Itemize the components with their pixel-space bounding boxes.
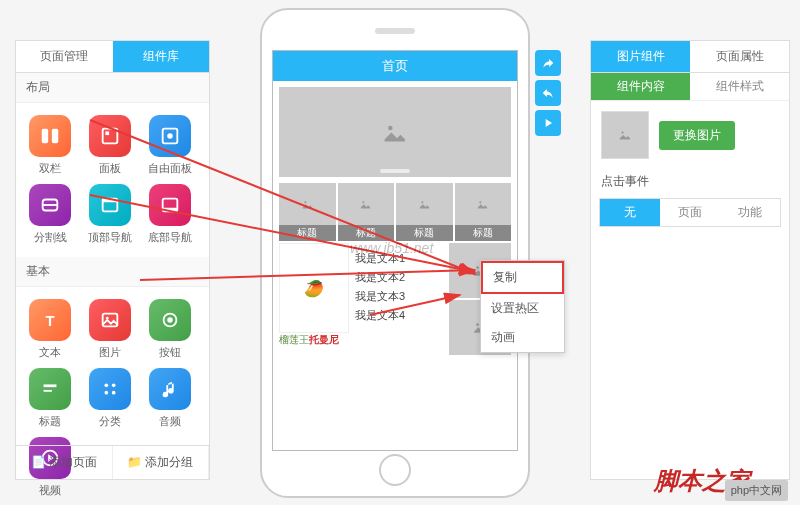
- grid-cell[interactable]: 标题: [455, 183, 512, 241]
- widget-label: 自由面板: [148, 161, 192, 176]
- widget-divider[interactable]: 分割线: [20, 184, 80, 245]
- svg-rect-2: [103, 129, 118, 144]
- ctx-copy[interactable]: 复制: [481, 261, 564, 294]
- svg-point-28: [480, 201, 482, 203]
- footer-tag: php中文网: [725, 480, 788, 501]
- svg-rect-0: [42, 129, 48, 144]
- ctx-animation[interactable]: 动画: [481, 323, 564, 352]
- svg-rect-1: [52, 129, 58, 144]
- svg-point-29: [476, 266, 479, 269]
- widget-label: 双栏: [39, 161, 61, 176]
- left-panel: 页面管理 组件库 布局 双栏 面板 自由面板 分割线 顶部导航 底部导航 基本 …: [15, 40, 210, 480]
- add-group-label: 添加分组: [145, 455, 193, 469]
- float-actions: [535, 50, 561, 136]
- event-page[interactable]: 页面: [660, 199, 720, 226]
- widget-freepanel[interactable]: 自由面板: [140, 115, 200, 176]
- tab-image-widget[interactable]: 图片组件: [591, 41, 690, 73]
- content-row: 🥭 榴莲王托曼尼 我是文本1 我是文本2 我是文本3 我是文本4: [279, 243, 511, 355]
- cell-caption: 标题: [338, 225, 395, 241]
- svg-point-26: [363, 201, 365, 203]
- right-panel: 图片组件 页面属性 组件内容 组件样式 更换图片 点击事件 无 页面 功能: [590, 40, 790, 480]
- subtab-content[interactable]: 组件内容: [591, 73, 690, 100]
- svg-point-30: [476, 323, 479, 326]
- widget-label: 分割线: [34, 230, 67, 245]
- event-none[interactable]: 无: [600, 199, 660, 226]
- svg-text:T: T: [46, 313, 55, 329]
- widget-label: 分类: [99, 414, 121, 429]
- widget-label: 面板: [99, 161, 121, 176]
- undo-icon[interactable]: [535, 80, 561, 106]
- widget-label: 标题: [39, 414, 61, 429]
- text-item[interactable]: 我是文本2: [355, 270, 443, 285]
- page-title: 首页: [273, 51, 517, 81]
- image-preview-row: 更换图片: [601, 111, 779, 159]
- text-list: 我是文本1 我是文本2 我是文本3 我是文本4: [351, 243, 447, 355]
- layout-grid: 双栏 面板 自由面板 分割线 顶部导航 底部导航: [16, 103, 209, 257]
- image-thumbnail[interactable]: [601, 111, 649, 159]
- widget-panel[interactable]: 面板: [80, 115, 140, 176]
- left-tabs: 页面管理 组件库: [16, 41, 209, 73]
- cell-caption: 标题: [396, 225, 453, 241]
- svg-point-27: [421, 201, 423, 203]
- tab-page-mgmt[interactable]: 页面管理: [16, 41, 113, 73]
- event-tabs: 无 页面 功能: [599, 198, 781, 227]
- widget-image[interactable]: 图片: [80, 299, 140, 360]
- svg-point-20: [112, 384, 116, 388]
- widget-label: 按钮: [159, 345, 181, 360]
- widget-label: 底部导航: [148, 230, 192, 245]
- grid-cell[interactable]: 标题: [338, 183, 395, 241]
- ctx-hotzone[interactable]: 设置热区: [481, 294, 564, 323]
- play-icon[interactable]: [535, 110, 561, 136]
- svg-point-25: [304, 201, 306, 203]
- text-item[interactable]: 我是文本4: [355, 308, 443, 323]
- svg-point-22: [112, 391, 116, 395]
- watermark: www.jb51.net: [350, 240, 433, 256]
- svg-point-21: [105, 391, 109, 395]
- widget-audio[interactable]: 音频: [140, 368, 200, 429]
- widget-title[interactable]: 标题: [20, 368, 80, 429]
- tab-widget-lib[interactable]: 组件库: [113, 41, 210, 73]
- widget-topnav[interactable]: 顶部导航: [80, 184, 140, 245]
- left-bottom: 📄 添加页面 📁 添加分组: [16, 445, 209, 479]
- image-row: 标题 标题 标题 标题: [279, 183, 511, 241]
- widget-text[interactable]: T文本: [20, 299, 80, 360]
- widget-button[interactable]: 按钮: [140, 299, 200, 360]
- widget-botnav[interactable]: 底部导航: [140, 184, 200, 245]
- svg-rect-9: [103, 199, 118, 203]
- section-basic: 基本: [16, 257, 209, 287]
- svg-point-31: [622, 132, 624, 134]
- widget-label: 音频: [159, 414, 181, 429]
- widget-label: 文本: [39, 345, 61, 360]
- widget-split[interactable]: 双栏: [20, 115, 80, 176]
- subtab-style[interactable]: 组件样式: [690, 73, 789, 100]
- text-item[interactable]: 我是文本3: [355, 289, 443, 304]
- product-image: 🥭: [279, 243, 349, 333]
- tab-page-props[interactable]: 页面属性: [690, 41, 789, 73]
- grid-cell[interactable]: 标题: [396, 183, 453, 241]
- grid-cell[interactable]: 标题: [279, 183, 336, 241]
- share-icon[interactable]: [535, 50, 561, 76]
- event-func[interactable]: 功能: [720, 199, 780, 226]
- add-group-button[interactable]: 📁 添加分组: [113, 446, 210, 479]
- svg-rect-3: [105, 131, 109, 135]
- widget-category[interactable]: 分类: [80, 368, 140, 429]
- change-image-button[interactable]: 更换图片: [659, 121, 735, 150]
- add-page-button[interactable]: 📄 添加页面: [16, 446, 113, 479]
- cell-caption: 标题: [279, 225, 336, 241]
- right-subtabs: 组件内容 组件样式: [591, 73, 789, 101]
- click-event-label: 点击事件: [591, 169, 789, 194]
- svg-rect-11: [163, 208, 178, 212]
- svg-point-5: [167, 133, 173, 139]
- context-menu: 复制 设置热区 动画: [480, 260, 565, 353]
- widget-label: 图片: [99, 345, 121, 360]
- svg-rect-18: [44, 390, 52, 392]
- svg-point-16: [167, 317, 173, 323]
- svg-rect-13: [103, 314, 118, 327]
- svg-point-19: [105, 384, 109, 388]
- section-layout: 布局: [16, 73, 209, 103]
- widget-label: 顶部导航: [88, 230, 132, 245]
- right-tabs: 图片组件 页面属性: [591, 41, 789, 73]
- hero-image[interactable]: [279, 87, 511, 177]
- add-page-label: 添加页面: [49, 455, 97, 469]
- product-card[interactable]: 🥭 榴莲王托曼尼: [279, 243, 349, 355]
